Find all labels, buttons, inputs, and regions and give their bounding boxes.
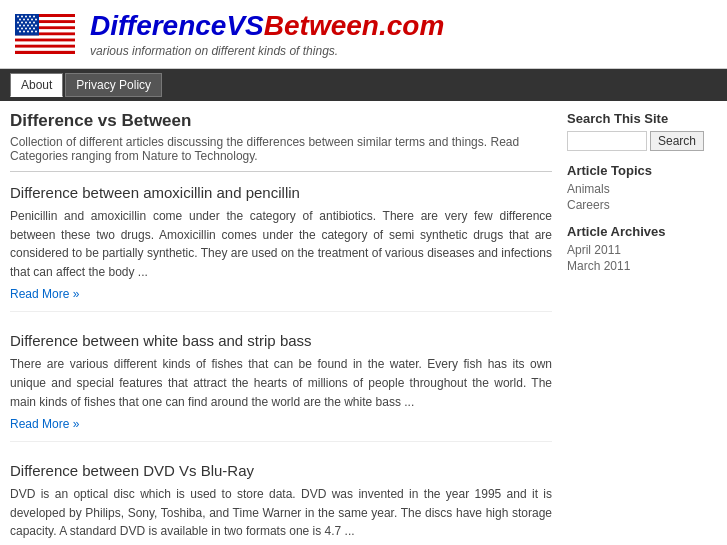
nav-item-privacy[interactable]: Privacy Policy: [65, 73, 162, 97]
archives-section: Article Archives April 2011 March 2011: [567, 224, 717, 273]
svg-point-32: [31, 25, 33, 27]
topic-animals[interactable]: Animals: [567, 182, 717, 196]
svg-point-21: [27, 19, 29, 21]
svg-point-34: [17, 28, 19, 30]
main-content: Difference vs Between Collection of diff…: [10, 111, 552, 545]
archive-march-2011[interactable]: March 2011: [567, 259, 717, 273]
site-title: DifferenceVSBetween.com: [90, 10, 444, 42]
search-section: Search This Site Search: [567, 111, 717, 151]
article-2-title: Difference between white bass and strip …: [10, 332, 552, 349]
svg-point-37: [29, 28, 31, 30]
search-title: Search This Site: [567, 111, 717, 126]
svg-point-35: [21, 28, 23, 30]
svg-rect-9: [15, 42, 75, 45]
site-title-blue: DifferenceVS: [90, 10, 264, 41]
article-3-title: Difference between DVD Vs Blu-Ray: [10, 462, 552, 479]
article-1-body: Penicillin and amoxicillin come under th…: [10, 207, 552, 281]
nav-item-about[interactable]: About: [10, 73, 63, 97]
svg-point-26: [25, 22, 27, 24]
article-1-read-more[interactable]: Read More »: [10, 287, 79, 301]
svg-point-27: [29, 22, 31, 24]
archives-title: Article Archives: [567, 224, 717, 239]
search-button[interactable]: Search: [650, 131, 704, 151]
svg-point-38: [33, 28, 35, 30]
svg-point-18: [33, 16, 35, 18]
sidebar: Search This Site Search Article Topics A…: [567, 111, 717, 545]
topic-careers[interactable]: Careers: [567, 198, 717, 212]
svg-rect-8: [15, 39, 75, 42]
site-description: Difference vs Between Collection of diff…: [10, 111, 552, 172]
svg-point-39: [19, 31, 21, 33]
layout: Difference vs Between Collection of diff…: [0, 101, 727, 545]
svg-point-24: [17, 22, 19, 24]
svg-point-42: [31, 31, 33, 33]
site-desc-text: Collection of different articles discuss…: [10, 135, 552, 163]
svg-point-25: [21, 22, 23, 24]
article-3: Difference between DVD Vs Blu-Ray DVD is…: [10, 462, 552, 545]
topics-title: Article Topics: [567, 163, 717, 178]
site-title-block: DifferenceVSBetween.com various informat…: [90, 10, 444, 58]
svg-point-30: [23, 25, 25, 27]
site-tagline: various information on different kinds o…: [90, 44, 444, 58]
archive-april-2011[interactable]: April 2011: [567, 243, 717, 257]
topics-section: Article Topics Animals Careers: [567, 163, 717, 212]
article-1-title: Difference between amoxicillin and penci…: [10, 184, 552, 201]
svg-point-15: [21, 16, 23, 18]
svg-point-28: [33, 22, 35, 24]
svg-point-31: [27, 25, 29, 27]
svg-rect-12: [15, 51, 75, 54]
svg-point-16: [25, 16, 27, 18]
svg-rect-11: [15, 48, 75, 51]
svg-point-41: [27, 31, 29, 33]
article-2-read-more[interactable]: Read More »: [10, 417, 79, 431]
article-1: Difference between amoxicillin and penci…: [10, 184, 552, 312]
svg-rect-10: [15, 45, 75, 48]
search-form: Search: [567, 131, 717, 151]
svg-point-33: [35, 25, 37, 27]
site-desc-heading: Difference vs Between: [10, 111, 552, 131]
svg-point-40: [23, 31, 25, 33]
svg-point-29: [19, 25, 21, 27]
svg-point-22: [31, 19, 33, 21]
svg-point-43: [35, 31, 37, 33]
svg-point-17: [29, 16, 31, 18]
svg-point-20: [23, 19, 25, 21]
header: DifferenceVSBetween.com various informat…: [0, 0, 727, 69]
search-input[interactable]: [567, 131, 647, 151]
svg-point-36: [25, 28, 27, 30]
article-3-body: DVD is an optical disc which is used to …: [10, 485, 552, 541]
article-2: Difference between white bass and strip …: [10, 332, 552, 442]
flag-icon: [15, 14, 75, 54]
site-title-red: Between.com: [264, 10, 445, 41]
svg-point-19: [19, 19, 21, 21]
nav-bar: About Privacy Policy: [0, 69, 727, 101]
svg-point-14: [17, 16, 19, 18]
article-2-body: There are various different kinds of fis…: [10, 355, 552, 411]
svg-point-23: [35, 19, 37, 21]
svg-rect-7: [15, 35, 75, 38]
